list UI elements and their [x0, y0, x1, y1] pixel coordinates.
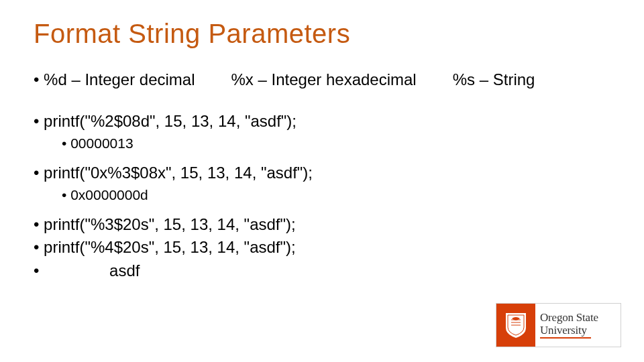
- format-s: %s – String: [453, 69, 535, 90]
- printf-line-5: • asdf: [34, 260, 610, 282]
- format-x: %x – Integer hexadecimal: [231, 69, 417, 90]
- printf-line-1: • printf("%2$08d", 15, 13, 14, "asdf");: [34, 111, 610, 132]
- format-d: • %d – Integer decimal: [34, 69, 195, 90]
- output-line-2: • 0x0000000d: [62, 186, 610, 204]
- bullet-prefix: •: [34, 261, 39, 280]
- slide-body: • %d – Integer decimal %x – Integer hexa…: [34, 69, 610, 282]
- osu-logo-shield-bg: [496, 304, 535, 347]
- osu-logo-line2: University: [540, 324, 591, 339]
- printf-line-3: • printf("%3$20s", 15, 13, 14, "asdf");: [34, 214, 610, 235]
- printf-line-2: • printf("0x%3$08x", 15, 13, 14, "asdf")…: [34, 162, 610, 184]
- format-specifiers-row: • %d – Integer decimal %x – Integer hexa…: [34, 69, 610, 90]
- osu-logo-line1: Oregon State: [540, 312, 621, 324]
- output-line-1: • 00000013: [62, 134, 610, 153]
- output-asdf: asdf: [109, 261, 140, 280]
- shield-icon: [504, 312, 527, 339]
- printf-line-4: • printf("%4$20s", 15, 13, 14, "asdf");: [34, 237, 610, 258]
- osu-logo-text: Oregon State University: [535, 304, 621, 347]
- slide: Format String Parameters • %d – Integer …: [0, 0, 644, 362]
- slide-title: Format String Parameters: [34, 19, 610, 49]
- osu-logo: Oregon State University: [496, 303, 621, 347]
